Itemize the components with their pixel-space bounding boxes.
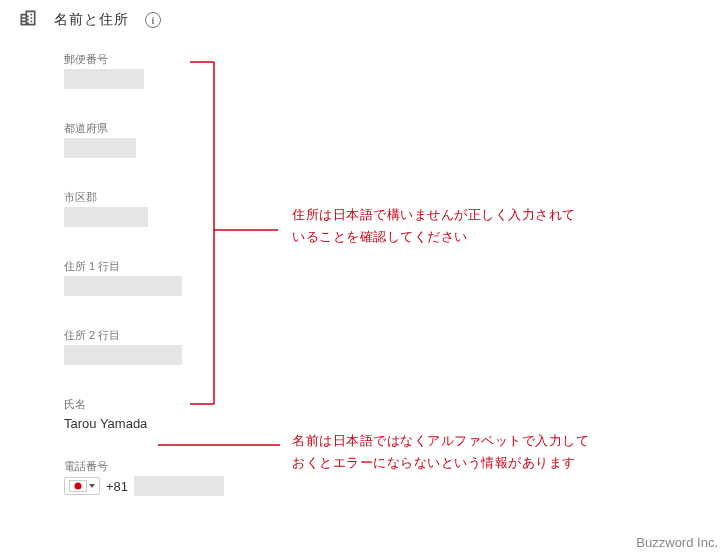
address2-label: 住所 2 行目: [64, 328, 728, 343]
chevron-down-icon: [89, 484, 95, 488]
prefecture-field: 都道府県: [64, 121, 728, 162]
info-icon[interactable]: i: [145, 12, 161, 28]
postal-input[interactable]: [64, 69, 144, 89]
address1-label: 住所 1 行目: [64, 259, 728, 274]
section-title: 名前と住所: [54, 11, 129, 29]
city-input[interactable]: [64, 207, 148, 227]
address2-input[interactable]: [64, 345, 182, 365]
phone-country-code: +81: [106, 479, 128, 494]
address-annotation-text: 住所は日本語で構いませんが正しく入力されて いることを確認してください: [292, 204, 632, 248]
address1-field: 住所 1 行目: [64, 259, 728, 300]
address2-field: 住所 2 行目: [64, 328, 728, 369]
country-flag-dropdown[interactable]: [64, 477, 100, 495]
postal-label: 郵便番号: [64, 52, 728, 67]
name-annotation-text: 名前は日本語ではなくアルファベットで入力して おくとエラーにならないという情報が…: [292, 430, 652, 474]
watermark: Buzzword Inc.: [636, 535, 718, 550]
address1-input[interactable]: [64, 276, 182, 296]
city-label: 市区郡: [64, 190, 728, 205]
prefecture-label: 都道府県: [64, 121, 728, 136]
name-label: 氏名: [64, 397, 728, 412]
phone-input[interactable]: [134, 476, 224, 496]
postal-field: 郵便番号: [64, 52, 728, 93]
name-field: 氏名 Tarou Yamada: [64, 397, 728, 431]
prefecture-input[interactable]: [64, 138, 136, 158]
flag-jp-icon: [69, 480, 87, 492]
name-input[interactable]: Tarou Yamada: [64, 414, 728, 431]
business-icon: [18, 8, 38, 32]
name-address-form: 郵便番号 都道府県 市区郡 住所 1 行目 住所 2 行目 氏名 Tarou Y…: [0, 32, 728, 496]
